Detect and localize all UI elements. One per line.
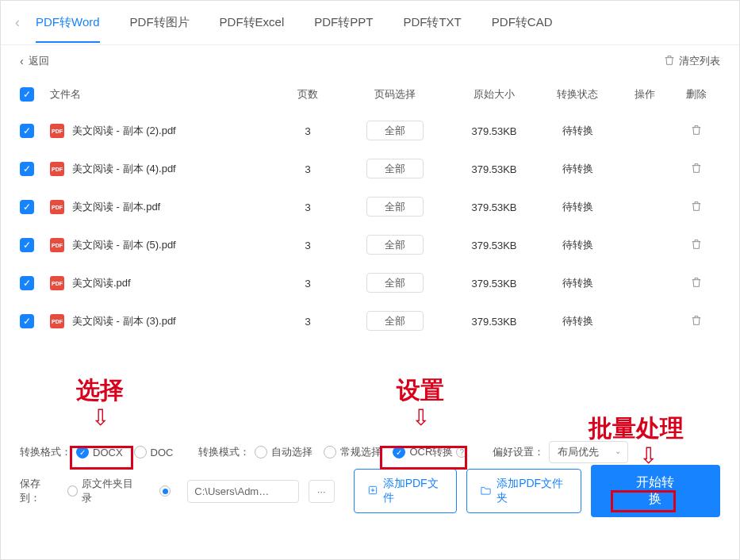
page-count: 3 <box>276 201 339 213</box>
add-pdf-file-button[interactable]: 添加PDF文件 <box>354 469 458 513</box>
tab-pdf-to-excel[interactable]: PDF转Excel <box>220 2 285 43</box>
chevron-down-icon: ⌄ <box>615 447 621 455</box>
radio-checked-icon <box>76 446 89 458</box>
page-range-button[interactable]: 全部 <box>366 273 424 293</box>
trash-icon <box>663 54 676 69</box>
actions-bar: 保存到： 原文件夹目录 C:\Users\Adm… ··· 添加PDF文件 添加… <box>1 470 739 521</box>
format-doc-option[interactable]: DOC <box>134 446 174 458</box>
th-status: 转换状态 <box>538 87 617 102</box>
tab-pdf-to-cad[interactable]: PDF转CAD <box>492 2 553 43</box>
select-all-checkbox[interactable]: ✓ <box>20 87 34 102</box>
pdf-file-icon: PDF <box>50 124 64 138</box>
row-checkbox[interactable]: ✓ <box>20 314 34 328</box>
convert-status: 待转换 <box>538 276 617 290</box>
page-range-button[interactable]: 全部 <box>366 121 424 140</box>
mode-ocr-option[interactable]: OCR转换? <box>393 445 467 459</box>
back-button[interactable]: ‹ 返回 <box>20 54 49 68</box>
format-label: 转换格式： <box>20 445 71 459</box>
saveto-custom-option[interactable] <box>159 485 174 497</box>
page-count: 3 <box>276 316 339 328</box>
format-docx-option[interactable]: DOCX <box>76 446 123 458</box>
save-path-input[interactable]: C:\Users\Adm… <box>187 480 299 503</box>
th-operation: 操作 <box>617 87 673 102</box>
th-range: 页码选择 <box>339 87 451 102</box>
back-label: 返回 <box>29 54 49 68</box>
pdf-file-icon: PDF <box>50 162 64 176</box>
convert-status: 待转换 <box>538 314 617 328</box>
tab-pdf-to-ppt[interactable]: PDF转PPT <box>314 2 373 43</box>
file-name: 美文阅读 - 副本 (4).pdf <box>72 162 176 176</box>
convert-status: 待转换 <box>538 162 617 176</box>
convert-status: 待转换 <box>538 238 617 252</box>
plus-icon <box>367 485 378 498</box>
table-header: ✓ 文件名 页数 页码选择 原始大小 转换状态 操作 删除 <box>1 77 739 112</box>
add-folder-label: 添加PDF文件夹 <box>497 477 567 505</box>
th-pages: 页数 <box>276 87 339 102</box>
pref-value: 布局优先 <box>558 446 599 458</box>
delete-row-button[interactable] <box>690 127 703 139</box>
table-row: ✓ PDF 美文阅读 - 副本 (3).pdf 3 全部 379.53KB 待转… <box>1 302 739 340</box>
radio-checked-icon <box>393 446 405 458</box>
add-pdf-folder-button[interactable]: 添加PDF文件夹 <box>466 469 581 513</box>
file-size: 379.53KB <box>451 278 538 290</box>
help-icon[interactable]: ? <box>456 447 467 458</box>
th-delete: 删除 <box>673 87 720 102</box>
row-checkbox[interactable]: ✓ <box>20 162 34 176</box>
radio-icon <box>324 446 336 458</box>
pdf-file-icon: PDF <box>50 314 64 328</box>
format-docx-label: DOCX <box>93 447 123 458</box>
table-row: ✓ PDF 美文阅读 - 副本 (2).pdf 3 全部 379.53KB 待转… <box>1 112 739 150</box>
file-size: 379.53KB <box>451 125 538 137</box>
file-name: 美文阅读 - 副本 (2).pdf <box>72 124 176 138</box>
file-name: 美文阅读.pdf <box>72 276 131 290</box>
table-row: ✓ PDF 美文阅读 - 副本 (5).pdf 3 全部 379.53KB 待转… <box>1 226 739 264</box>
delete-row-button[interactable] <box>690 279 703 291</box>
page-range-button[interactable]: 全部 <box>366 235 424 255</box>
tabs-bar: ‹ PDF转Word PDF转图片 PDF转Excel PDF转PPT PDF转… <box>1 1 739 45</box>
tab-pdf-to-word[interactable]: PDF转Word <box>36 2 100 43</box>
th-size: 原始大小 <box>451 87 538 102</box>
file-size: 379.53KB <box>451 201 538 213</box>
tab-pdf-to-image[interactable]: PDF转图片 <box>130 2 190 43</box>
file-name: 美文阅读 - 副本.pdf <box>72 200 160 214</box>
pdf-file-icon: PDF <box>50 276 64 290</box>
page-count: 3 <box>276 240 339 251</box>
page-range-button[interactable]: 全部 <box>366 159 424 178</box>
mode-normal-option[interactable]: 常规选择 <box>324 445 382 459</box>
browse-path-button[interactable]: ··· <box>309 480 335 503</box>
mode-normal-label: 常规选择 <box>340 445 382 459</box>
mode-radiogroup: 自动选择 常规选择 OCR转换? <box>255 445 478 459</box>
tab-pdf-to-txt[interactable]: PDF转TXT <box>403 2 461 43</box>
row-checkbox[interactable]: ✓ <box>20 124 34 138</box>
radio-icon <box>67 485 78 497</box>
tabs-back-chevron-icon[interactable]: ‹ <box>15 14 20 31</box>
clear-list-button[interactable]: 清空列表 <box>663 54 720 69</box>
page-range-button[interactable]: 全部 <box>366 197 424 217</box>
mode-auto-option[interactable]: 自动选择 <box>255 445 312 459</box>
radio-icon <box>134 446 147 458</box>
page-count: 3 <box>276 278 339 290</box>
row-checkbox[interactable]: ✓ <box>20 276 34 290</box>
saveto-orig-option[interactable]: 原文件夹目录 <box>67 477 139 505</box>
page-count: 3 <box>276 163 339 175</box>
radio-icon <box>255 446 267 458</box>
table-row: ✓ PDF 美文阅读 - 副本 (4).pdf 3 全部 379.53KB 待转… <box>1 150 739 188</box>
convert-status: 待转换 <box>538 200 617 214</box>
saveto-label: 保存到： <box>20 477 58 505</box>
row-checkbox[interactable]: ✓ <box>20 200 34 214</box>
pref-select[interactable]: 布局优先 ⌄ <box>549 441 628 463</box>
format-radiogroup: DOCX DOC <box>76 446 184 458</box>
delete-row-button[interactable] <box>690 203 703 215</box>
format-doc-label: DOC <box>151 447 174 458</box>
start-convert-button[interactable]: 开始转换 <box>591 465 720 517</box>
th-filename: 文件名 <box>47 87 276 102</box>
pdf-file-icon: PDF <box>50 238 64 252</box>
pref-label: 偏好设置： <box>493 445 544 459</box>
clear-list-label: 清空列表 <box>679 54 720 68</box>
row-checkbox[interactable]: ✓ <box>20 238 34 252</box>
delete-row-button[interactable] <box>690 317 703 329</box>
delete-row-button[interactable] <box>690 165 703 177</box>
delete-row-button[interactable] <box>690 241 703 253</box>
mode-auto-label: 自动选择 <box>271 445 312 459</box>
page-range-button[interactable]: 全部 <box>366 311 424 331</box>
